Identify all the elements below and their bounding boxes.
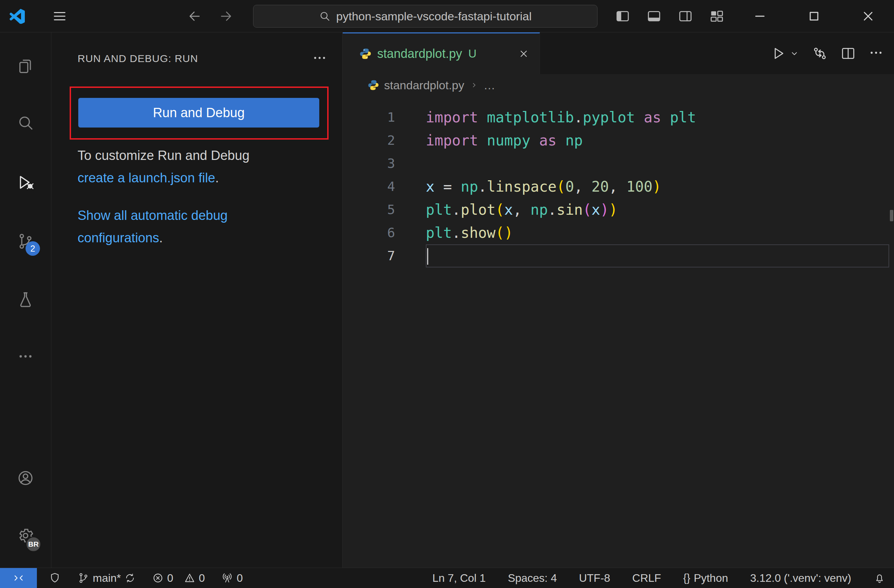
line-number[interactable]: 4 (343, 175, 395, 198)
maximize-button[interactable] (806, 8, 822, 24)
run-python-file-button[interactable] (770, 45, 800, 61)
play-icon (770, 45, 787, 61)
code-text[interactable]: import matplotlib.pyplot as plt (426, 106, 894, 129)
line-number[interactable]: 6 (343, 221, 395, 244)
warning-count: 0 (199, 572, 205, 585)
toggle-secondary-sidebar-button[interactable] (678, 8, 693, 24)
editor-tab[interactable]: standardplot.py U (343, 32, 540, 74)
activity-item-explorer[interactable] (16, 57, 35, 76)
toggle-primary-sidebar-button[interactable] (615, 8, 631, 24)
split-editor-button[interactable] (840, 45, 856, 61)
line-number[interactable]: 7 (343, 244, 395, 267)
toggle-panel-button[interactable] (646, 8, 662, 24)
eol-sequence[interactable]: CRLF (632, 572, 661, 585)
run-and-debug-sidebar: RUN AND DEBUG: RUN Run and Debug To cust… (51, 32, 343, 568)
code-line[interactable]: 6plt.show() (343, 221, 894, 244)
close-icon (518, 48, 530, 60)
shield-icon (48, 572, 61, 584)
code-line[interactable]: 1import matplotlib.pyplot as plt (343, 106, 894, 129)
breadcrumb-more[interactable]: … (484, 78, 495, 92)
notifications-button[interactable] (873, 572, 886, 584)
code-text[interactable]: plt.plot(x, np.sin(x)) (426, 198, 894, 221)
run-and-debug-button[interactable]: Run and Debug (78, 98, 319, 128)
breadcrumb: standardplot.py … (343, 74, 894, 96)
activity-item-testing[interactable] (16, 289, 35, 309)
workspace-trust-button[interactable] (48, 572, 61, 584)
search-icon (17, 114, 35, 132)
line-number[interactable]: 2 (343, 129, 395, 152)
sync-icon (124, 573, 136, 583)
sidebar-more-actions[interactable] (312, 50, 327, 67)
line-number[interactable]: 3 (343, 152, 395, 175)
ports-icon (221, 572, 233, 584)
activity-item-accounts[interactable] (16, 468, 35, 488)
activity-bar: 2 BR (0, 32, 51, 568)
maximize-icon (806, 8, 822, 24)
code-text[interactable]: x = np.linspace(0, 20, 100) (426, 175, 894, 198)
activity-item-source-control[interactable]: 2 (16, 232, 35, 251)
code-text[interactable]: plt.show() (426, 221, 894, 244)
search-text: python-sample-vscode-fastapi-tutorial (336, 10, 532, 23)
editor-more-actions[interactable] (868, 45, 883, 62)
open-changes-icon (812, 45, 828, 61)
customize-layout-button[interactable] (709, 8, 725, 24)
line-number[interactable]: 5 (343, 198, 395, 221)
tab-label: standardplot.py (377, 47, 462, 61)
forward-arrow-icon (219, 9, 234, 24)
python-interpreter[interactable]: 3.12.0 ('.venv': venv) (750, 572, 851, 585)
back-button[interactable] (187, 9, 202, 24)
overview-ruler-mark[interactable] (890, 210, 893, 221)
warning-icon (184, 572, 195, 584)
profile-badge: BR (26, 536, 41, 552)
scm-badge: 2 (26, 241, 40, 256)
cursor-position[interactable]: Ln 7, Col 1 (432, 572, 486, 585)
code-line[interactable]: 4x = np.linspace(0, 20, 100) (343, 175, 894, 198)
customize-layout-icon (709, 8, 725, 24)
forward-button[interactable] (219, 9, 234, 24)
breadcrumb-file[interactable]: standardplot.py (384, 78, 464, 92)
launch-json-link[interactable]: create a launch.json file (78, 170, 215, 185)
chevron-right-icon (469, 80, 479, 90)
testing-icon (17, 290, 35, 308)
tab-close-button[interactable] (517, 47, 531, 61)
ellipsis-icon (868, 45, 883, 60)
title-bar: python-sample-vscode-fastapi-tutorial (0, 0, 894, 32)
show-configs-link-line1[interactable]: Show all automatic debug (78, 208, 228, 223)
activity-item-run-debug[interactable] (16, 173, 35, 192)
show-configs-link-line2[interactable]: configurations (78, 231, 159, 245)
language-mode[interactable]: {} Python (683, 572, 728, 585)
code-text[interactable]: import numpy as np (426, 129, 894, 152)
show-configs-paragraph: Show all automatic debug configurations. (78, 204, 305, 249)
run-debug-icon (16, 173, 35, 191)
ports-item[interactable]: 0 (221, 572, 243, 585)
activity-item-settings[interactable]: BR (16, 526, 35, 545)
git-branch-item[interactable]: main* (78, 572, 136, 585)
menu-icon (52, 8, 68, 24)
code-text[interactable] (426, 244, 889, 267)
account-icon (17, 469, 35, 487)
show-configs-period: . (159, 231, 163, 245)
problems-item[interactable]: 0 0 (152, 572, 205, 585)
menu-button[interactable] (52, 8, 68, 24)
customize-text: To customize Run and Debug (78, 148, 250, 163)
activity-item-search[interactable] (16, 113, 35, 132)
code-line[interactable]: 3 (343, 152, 894, 175)
indentation[interactable]: Spaces: 4 (508, 572, 557, 585)
command-center-search[interactable]: python-sample-vscode-fastapi-tutorial (253, 5, 598, 27)
code-line[interactable]: 7 (343, 244, 894, 267)
activity-item-more[interactable] (16, 347, 35, 366)
code-area[interactable]: 1import matplotlib.pyplot as plt2import … (343, 96, 894, 568)
line-number[interactable]: 1 (343, 106, 395, 129)
close-window-button[interactable] (860, 8, 876, 24)
open-changes-button[interactable] (812, 45, 828, 61)
encoding[interactable]: UTF-8 (579, 572, 610, 585)
remote-indicator[interactable] (0, 568, 37, 588)
error-count: 0 (167, 572, 174, 585)
remote-icon (13, 572, 24, 584)
minimize-button[interactable] (752, 8, 768, 24)
code-text[interactable] (426, 152, 894, 175)
code-line[interactable]: 5plt.plot(x, np.sin(x)) (343, 198, 894, 221)
chevron-down-icon (789, 48, 800, 59)
python-icon (367, 79, 379, 91)
code-line[interactable]: 2import numpy as np (343, 129, 894, 152)
